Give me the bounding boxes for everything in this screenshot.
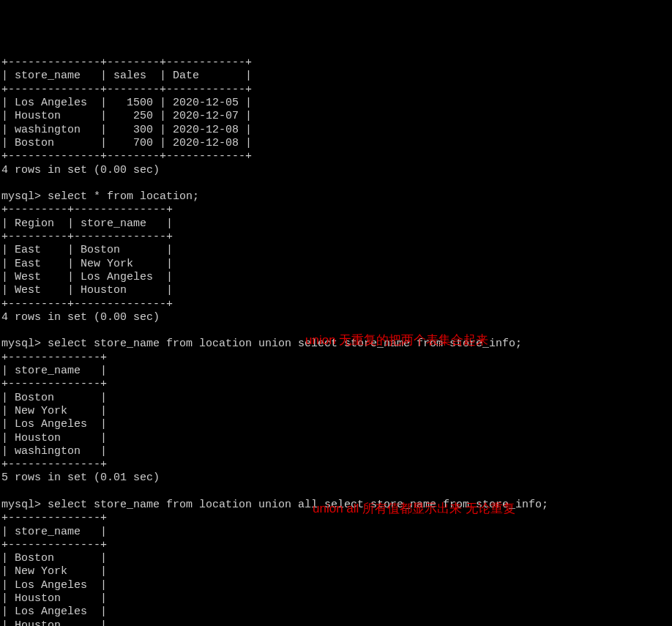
annotation-union-all: union all 所有值都显示出来 无论重复 [313, 502, 515, 517]
annotation-union: union 无重复的把两个表集合起来 [305, 333, 488, 349]
